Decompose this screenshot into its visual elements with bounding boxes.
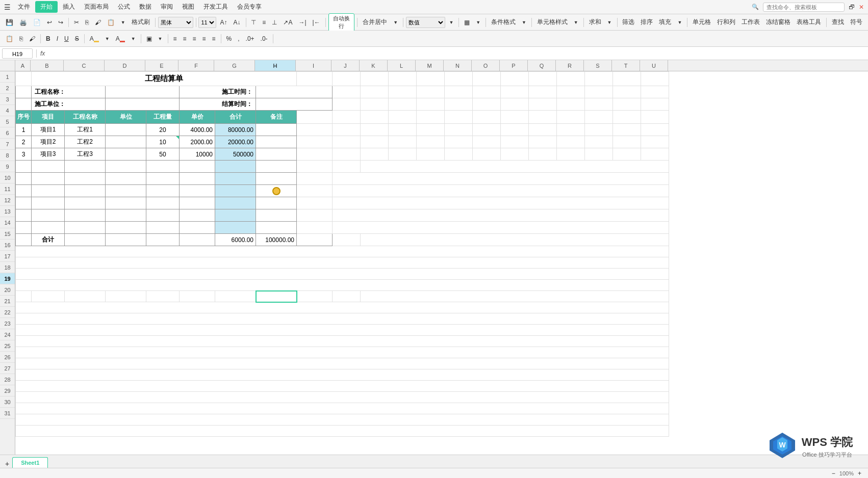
row-27[interactable]: 27 <box>0 363 15 374</box>
cell-a9[interactable] <box>16 173 32 185</box>
cell-g19[interactable] <box>215 291 256 302</box>
cell-header-qty[interactable]: 工程量 <box>146 111 180 124</box>
cell-g6-price[interactable]: 2000.00 <box>180 136 215 148</box>
cell-reference[interactable]: H19 <box>2 48 33 59</box>
fill-color-button[interactable]: A <box>87 34 101 43</box>
cell-a13[interactable] <box>16 222 32 234</box>
cell-d14[interactable] <box>106 234 146 246</box>
fill-color-arrow[interactable]: ▼ <box>103 35 112 42</box>
cell-r6[interactable] <box>529 136 557 148</box>
number-format-arrow[interactable]: ▼ <box>446 19 456 26</box>
cell-construction-unit-label[interactable]: 施工单位： <box>32 98 106 111</box>
col-head-s[interactable]: S <box>584 60 612 71</box>
col-head-f[interactable]: F <box>178 60 214 71</box>
cell-a2[interactable] <box>16 86 32 98</box>
sum-button[interactable]: 求和 <box>586 17 604 28</box>
row-20[interactable]: 20 <box>0 284 15 296</box>
cell-i19[interactable] <box>297 291 333 302</box>
indent-decrease-button[interactable]: |← <box>310 18 323 27</box>
cell-s2[interactable] <box>585 86 613 98</box>
cell-i11[interactable] <box>297 197 333 209</box>
cell-e8[interactable] <box>146 161 180 173</box>
cell-n7[interactable] <box>417 148 445 161</box>
row-3[interactable]: 3 <box>0 94 15 105</box>
cell-l7[interactable] <box>361 148 389 161</box>
row-10[interactable]: 10 <box>0 172 15 183</box>
cell-l1[interactable] <box>389 72 417 86</box>
cell-b10[interactable] <box>32 185 65 197</box>
paste-button[interactable]: 📋 <box>105 18 117 27</box>
cell-k2[interactable] <box>361 86 389 98</box>
cell-h14-grand-total[interactable]: 100000.00 <box>256 234 297 246</box>
cell-t3[interactable] <box>613 98 641 111</box>
paste-arrow[interactable]: ▼ <box>118 19 128 26</box>
menu-data[interactable]: 数据 <box>135 2 156 12</box>
cell-u3[interactable] <box>641 98 669 111</box>
col-head-r[interactable]: R <box>556 60 584 71</box>
cell-l4[interactable] <box>389 111 417 124</box>
cut-button[interactable]: ✂ <box>71 18 82 27</box>
cell-f5-qty[interactable]: 20 <box>146 124 180 136</box>
sort-button[interactable]: 排序 <box>638 17 655 28</box>
cell-g12[interactable] <box>215 209 256 222</box>
align-right-button[interactable]: ≡ <box>190 34 199 43</box>
cell-b8[interactable] <box>32 161 65 173</box>
cell-a19[interactable] <box>16 291 32 302</box>
cell-b14-label[interactable]: 合计 <box>32 234 65 246</box>
cell-j5[interactable] <box>297 124 333 136</box>
cell-i10[interactable] <box>297 185 333 197</box>
border-arrow[interactable]: ▼ <box>156 35 165 42</box>
cell-construction-time-label[interactable]: 施工时间： <box>180 86 256 98</box>
italic-button[interactable]: I <box>54 34 61 43</box>
cell-l6[interactable] <box>361 136 389 148</box>
cell-j19[interactable] <box>333 291 361 302</box>
wrap-text-button[interactable]: 自动换行 <box>328 13 355 32</box>
cell-styles-button[interactable]: 单元格样式 <box>534 17 570 28</box>
cell-s6[interactable] <box>557 136 585 148</box>
copy-button[interactable]: ⎘ <box>83 18 91 27</box>
col-head-n[interactable]: N <box>444 60 472 71</box>
cell-t5[interactable] <box>585 124 613 136</box>
rotate-text-button[interactable]: ↗A <box>280 18 295 27</box>
redo-button[interactable]: ↪ <box>56 18 66 27</box>
cell-s4[interactable] <box>585 111 613 124</box>
cell-v7[interactable] <box>641 148 669 161</box>
cell-d9[interactable] <box>106 173 146 185</box>
cell-e9[interactable] <box>146 173 180 185</box>
cell-c14[interactable] <box>65 234 106 246</box>
cell-h6-total[interactable]: 20000.00 <box>215 136 256 148</box>
cell-n4[interactable] <box>445 111 473 124</box>
font-color-button[interactable]: A <box>113 34 127 43</box>
cell-f13[interactable] <box>180 222 215 234</box>
row-7[interactable]: 7 <box>0 139 15 150</box>
cell-i6-remark[interactable] <box>256 136 297 148</box>
cell-project-name-value[interactable] <box>106 86 180 98</box>
cell-i9[interactable] <box>297 173 333 185</box>
cell-c6-project[interactable]: 项目2 <box>32 136 65 148</box>
cell-e10[interactable] <box>146 185 180 197</box>
cell-b12[interactable] <box>32 209 65 222</box>
cell-i13[interactable] <box>297 222 333 234</box>
cell-c10[interactable] <box>65 185 106 197</box>
increase-font-button[interactable]: A↑ <box>217 18 229 27</box>
cell-i8[interactable] <box>297 161 333 173</box>
cell-a14[interactable] <box>16 234 32 246</box>
cell-j4[interactable] <box>333 111 361 124</box>
cell-r5[interactable] <box>529 124 557 136</box>
cell-j8[interactable] <box>333 161 361 173</box>
col-head-t[interactable]: T <box>612 60 640 71</box>
cell-row15[interactable] <box>16 246 669 257</box>
cell-q1[interactable] <box>529 72 557 86</box>
cell-j3[interactable] <box>333 98 361 111</box>
cell-f19[interactable] <box>180 291 215 302</box>
cell-h5-total[interactable]: 80000.00 <box>215 124 256 136</box>
merge-center-button[interactable]: 合并居中 <box>360 17 390 28</box>
cell-header-price[interactable]: 单价 <box>180 111 215 124</box>
cell-a8[interactable] <box>16 161 32 173</box>
cell-i1[interactable] <box>297 72 333 86</box>
cell-c19[interactable] <box>65 291 106 302</box>
filter-button[interactable]: 筛选 <box>620 17 637 28</box>
cell-f14[interactable] <box>180 234 215 246</box>
col-head-c[interactable]: C <box>64 60 105 71</box>
cell-h13[interactable] <box>256 222 297 234</box>
